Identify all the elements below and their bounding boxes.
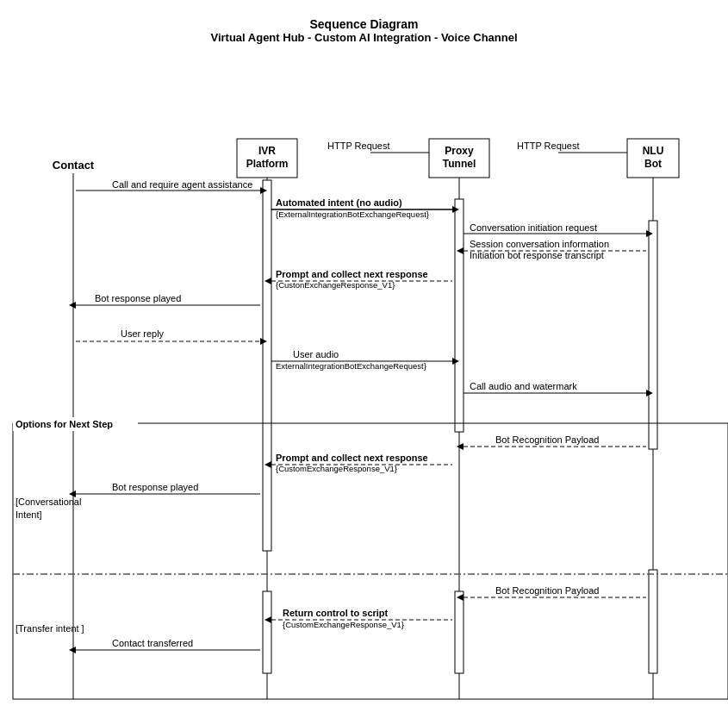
- msg9-label: Call audio and watermark: [470, 381, 577, 391]
- bracket-conversational-1: [Conversational: [16, 497, 81, 507]
- bracket-transfer: [Transfer intent ]: [16, 623, 84, 634]
- contact-label: Contact: [53, 159, 95, 172]
- msg2-sub: {ExternalIntegrationBotExchangeRequest}: [276, 209, 429, 219]
- msg5-sub: {CustonExchangeResponse_V1}: [276, 280, 395, 290]
- diagram-container: Sequence Diagram Virtual Agent Hub - Cus…: [0, 0, 728, 706]
- msg3-label: Conversation initiation request: [470, 222, 597, 233]
- msg6-label: Bot response played: [95, 293, 181, 303]
- msg1-label: Call and require agent assistance: [112, 179, 252, 190]
- ivr-label-1: IVR: [258, 145, 276, 157]
- nlu-label-1: NLU: [643, 145, 664, 157]
- http-label-1: HTTP Request: [327, 141, 390, 151]
- msg8-label: User audio: [293, 349, 339, 359]
- msg11-label: Prompt and collect next response: [276, 453, 428, 463]
- title-line2: Virtual Agent Hub - Custom AI Integratio…: [9, 31, 719, 44]
- proxy-label-2: Tunnel: [443, 158, 476, 170]
- msg15-label: Contact transferred: [112, 638, 193, 648]
- msg6-arrow: [69, 302, 76, 309]
- proxy-activation: [455, 199, 464, 432]
- msg2-label: Automated intent (no audio): [276, 197, 402, 208]
- msg8-sub: ExternalIntegrationBotExchangeRequest}: [276, 361, 426, 371]
- ivr-label-2: Platform: [246, 158, 289, 170]
- nlu-label-2: Bot: [644, 158, 662, 170]
- proxy-label-1: Proxy: [445, 145, 474, 157]
- nlu-activation: [649, 221, 657, 449]
- msg11-sub: {CustomExchangeResponse_V1}: [276, 464, 397, 473]
- diagram-title: Sequence Diagram Virtual Agent Hub - Cus…: [9, 9, 719, 44]
- bracket-conversational-2: Intent]: [16, 509, 42, 520]
- msg14-sub: {CustomExchangeResponse_V1}: [283, 620, 404, 629]
- msg13-label: Bot Recognition Payload: [495, 585, 599, 596]
- msg4-sub: Initiation bot response transcript: [470, 250, 604, 260]
- msg4-label: Session conversation information: [470, 239, 609, 249]
- msg12-label: Bot response played: [112, 482, 198, 492]
- options-box-label: Options for Next Step: [16, 419, 113, 429]
- msg10-label: Bot Recognition Payload: [495, 434, 599, 445]
- msg5-label: Prompt and collect next response: [276, 269, 428, 279]
- http-label-2: HTTP Request: [517, 141, 580, 151]
- title-line1: Sequence Diagram: [9, 17, 719, 31]
- msg14-label: Return control to script: [283, 608, 389, 618]
- msg7-label: User reply: [121, 328, 165, 339]
- sequence-svg: HTTP Request HTTP Request Contact IVR Pl…: [9, 61, 728, 706]
